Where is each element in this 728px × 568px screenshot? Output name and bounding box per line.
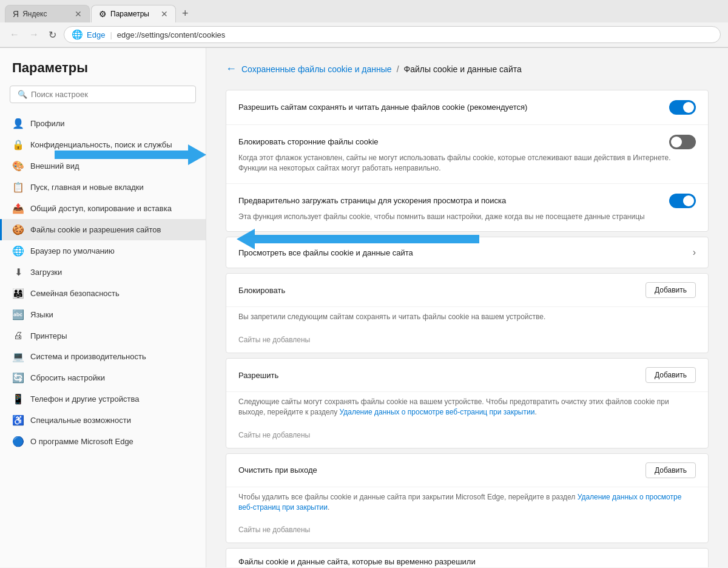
search-icon: 🔍 xyxy=(18,90,27,99)
privacy-icon: 🔒 xyxy=(12,139,24,150)
content-area: ← Сохраненные файлы cookie и данные / Фа… xyxy=(206,48,728,567)
allow-cookies-label: Разрешить сайтам сохранять и читать данн… xyxy=(238,102,669,113)
tab-bar: Я Яндекс ✕ ⚙ Параметры ✕ + xyxy=(0,0,728,22)
sidebar-item-sharing-label: Общий доступ, копирование и вставка xyxy=(30,204,172,213)
breadcrumb-link[interactable]: Сохраненные файлы cookie и данные xyxy=(241,64,392,74)
new-tab-button[interactable]: + xyxy=(177,5,194,22)
sidebar-item-family-label: Семейная безопасность xyxy=(30,289,120,298)
settings-tab-icon: ⚙ xyxy=(99,9,107,19)
back-button[interactable]: ← xyxy=(7,27,22,42)
address-url: edge://settings/content/cookies xyxy=(117,30,226,39)
sidebar-item-system-label: Система и производительность xyxy=(30,352,146,361)
tab-settings[interactable]: ⚙ Параметры ✕ xyxy=(91,5,176,22)
sidebar-item-about[interactable]: 🔵 О программе Microsoft Edge xyxy=(0,431,206,452)
tab-yandex-close[interactable]: ✕ xyxy=(75,9,82,19)
cookies-icon: 🍪 xyxy=(12,224,24,235)
temp-allowed-card: Файлы cookie и данные сайта, которые вы … xyxy=(226,548,709,567)
allow-add-button[interactable]: Добавить xyxy=(645,367,696,383)
chevron-right-icon: › xyxy=(693,247,696,258)
tab-settings-label: Параметры xyxy=(110,10,149,18)
sidebar-item-startup[interactable]: 📋 Пуск, главная и новые вкладки xyxy=(0,177,206,198)
block-third-party-label: Блокировать сторонние файлы cookie xyxy=(238,137,657,147)
preload-row: Предварительно загружать страницы для ус… xyxy=(226,184,708,232)
allow-section-header: Разрешить Добавить xyxy=(226,359,708,392)
block-section-desc: Вы запретили следующим сайтам сохранять … xyxy=(226,307,708,330)
sidebar-item-downloads-label: Загрузки xyxy=(30,268,62,277)
sidebar-item-accessibility-label: Специальные возможности xyxy=(30,416,131,425)
main-settings-card: Разрешить сайтам сохранять и читать данн… xyxy=(226,90,709,232)
preload-toggle[interactable] xyxy=(669,194,696,208)
tab-settings-close[interactable]: ✕ xyxy=(161,9,168,19)
system-icon: 💻 xyxy=(12,351,24,362)
sidebar-item-privacy[interactable]: 🔒 Конфиденциальность, поиск и службы xyxy=(0,134,206,155)
default-browser-icon: 🌐 xyxy=(12,245,24,257)
tab-yandex[interactable]: Я Яндекс ✕ xyxy=(5,5,90,22)
sidebar-item-phone[interactable]: 📱 Телефон и другие устройства xyxy=(0,388,206,410)
downloads-icon: ⬇ xyxy=(12,266,24,278)
clear-on-exit-add-button[interactable]: Добавить xyxy=(645,462,696,478)
clear-on-exit-header: Очистить при выходе Добавить xyxy=(226,454,708,487)
about-icon: 🔵 xyxy=(12,436,24,447)
block-third-party-desc: Когда этот флажок установлен, сайты не м… xyxy=(238,153,696,174)
sidebar-item-downloads[interactable]: ⬇ Загрузки xyxy=(0,262,206,283)
sidebar-item-accessibility[interactable]: ♿ Специальные возможности xyxy=(0,410,206,431)
sidebar-item-cookies[interactable]: 🍪 Файлы cookie и разрешения сайтов xyxy=(0,219,206,240)
allow-cookies-toggle[interactable] xyxy=(669,100,696,115)
sidebar-item-cookies-label: Файлы cookie и разрешения сайтов xyxy=(30,225,161,234)
search-box[interactable]: 🔍 xyxy=(10,86,196,103)
sidebar-item-languages[interactable]: 🔤 Языки xyxy=(0,304,206,325)
sidebar-item-appearance-label: Внешний вид xyxy=(30,161,79,171)
address-separator: | xyxy=(110,30,112,39)
yandex-icon: Я xyxy=(13,9,19,19)
sidebar-item-appearance[interactable]: 🎨 Внешний вид xyxy=(0,155,206,177)
clear-on-exit-title: Очистить при выходе xyxy=(238,465,317,475)
sidebar-item-reset[interactable]: 🔄 Сбросить настройки xyxy=(0,367,206,388)
sidebar-item-profiles-label: Профили xyxy=(30,119,65,128)
allow-desc-link[interactable]: Удаление данных о просмотре веб-страниц … xyxy=(340,408,535,416)
startup-icon: 📋 xyxy=(12,181,24,193)
profiles-icon: 👤 xyxy=(12,118,24,129)
preload-label: Предварительно загружать страницы для ус… xyxy=(238,195,657,206)
block-third-party-row: Блокировать сторонние файлы cookie Когда… xyxy=(226,125,708,184)
sidebar-item-about-label: О программе Microsoft Edge xyxy=(30,437,133,446)
search-input[interactable] xyxy=(31,90,188,99)
sidebar-item-default-browser-label: Браузер по умолчанию xyxy=(30,246,115,255)
view-all-cookies-row[interactable]: Просмотреть все файлы cookie и данные са… xyxy=(226,237,709,268)
printers-icon: 🖨 xyxy=(12,330,24,341)
sidebar-item-profiles[interactable]: 👤 Профили xyxy=(0,113,206,134)
refresh-button[interactable]: ↻ xyxy=(46,27,59,43)
sidebar-item-reset-label: Сбросить настройки xyxy=(30,373,105,382)
sidebar-item-printers[interactable]: 🖨 Принтеры xyxy=(0,325,206,346)
forward-button[interactable]: → xyxy=(27,27,41,42)
sidebar-item-languages-label: Языки xyxy=(30,310,53,319)
phone-icon: 📱 xyxy=(12,393,24,405)
sidebar-item-phone-label: Телефон и другие устройства xyxy=(30,394,139,404)
allow-section-card: Разрешить Добавить Следующие сайты могут… xyxy=(226,358,709,448)
clear-desc-before: Чтобы удалить все файлы cookie и данные … xyxy=(238,493,578,501)
view-all-label: Просмотреть все файлы cookie и данные са… xyxy=(238,248,413,257)
block-third-party-toggle[interactable] xyxy=(669,135,696,149)
allow-desc-after: . xyxy=(534,408,536,416)
edge-brand-icon: 🌐 xyxy=(72,29,83,40)
temp-allowed-header: Файлы cookie и данные сайта, которые вы … xyxy=(226,549,708,567)
allow-empty-label: Сайты не добавлены xyxy=(226,425,708,448)
browser-chrome: Я Яндекс ✕ ⚙ Параметры ✕ + ← → ↻ 🌐 Edge … xyxy=(0,0,728,48)
address-bar[interactable]: 🌐 Edge | edge://settings/content/cookies xyxy=(64,26,721,43)
sidebar-item-family[interactable]: 👨‍👩‍👧 Семейная безопасность xyxy=(0,283,206,304)
tab-yandex-label: Яндекс xyxy=(22,10,47,18)
sidebar-item-default-browser[interactable]: 🌐 Браузер по умолчанию xyxy=(0,240,206,262)
nav-bar: ← → ↻ 🌐 Edge | edge://settings/content/c… xyxy=(0,22,728,47)
reset-icon: 🔄 xyxy=(12,372,24,384)
sidebar-item-sharing[interactable]: 📤 Общий доступ, копирование и вставка xyxy=(0,198,206,219)
allow-cookies-row: Разрешить сайтам сохранять и читать данн… xyxy=(226,90,708,125)
breadcrumb-separator: / xyxy=(397,64,399,74)
appearance-icon: 🎨 xyxy=(12,160,24,172)
block-section-header: Блокировать Добавить xyxy=(226,274,708,307)
sidebar-title: Параметры xyxy=(0,60,206,86)
breadcrumb-back-button[interactable]: ← xyxy=(226,63,237,75)
sidebar-item-system[interactable]: 💻 Система и производительность xyxy=(0,346,206,367)
clear-on-exit-empty-label: Сайты не добавлены xyxy=(226,519,708,543)
sidebar: Параметры 🔍 👤 Профили 🔒 Конфиденциальнос… xyxy=(0,48,206,567)
block-section-card: Блокировать Добавить Вы запретили следую… xyxy=(226,273,709,353)
block-add-button[interactable]: Добавить xyxy=(645,282,696,298)
